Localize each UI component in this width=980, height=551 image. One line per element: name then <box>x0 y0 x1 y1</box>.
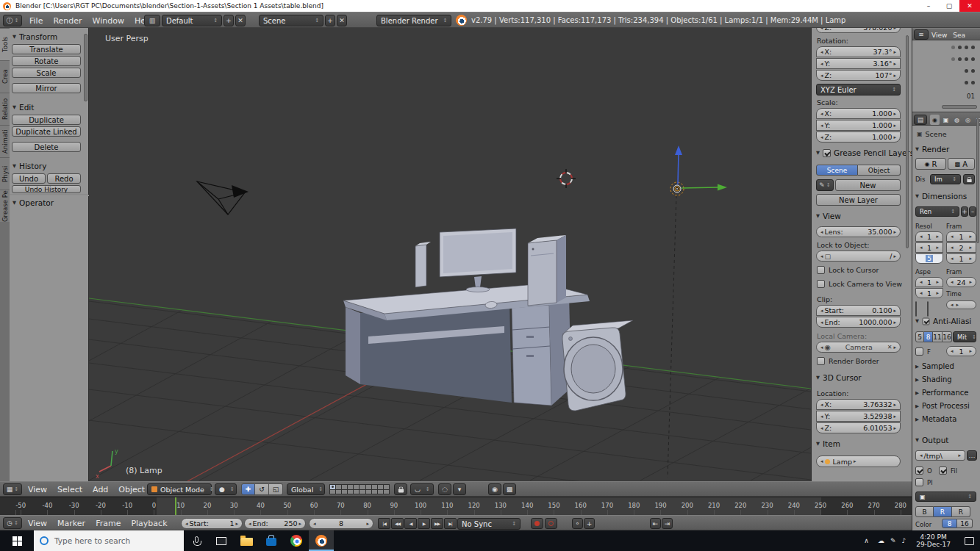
outliner-row[interactable] <box>912 81 980 84</box>
channel-bw[interactable]: B <box>915 506 934 517</box>
new-layer-button[interactable]: New Layer <box>816 194 901 206</box>
properties-tab[interactable]: ▣ <box>941 115 951 125</box>
collapsed-panel[interactable]: Performance <box>915 389 970 397</box>
menu-item[interactable]: Object <box>118 485 145 494</box>
scale-manipulator-button[interactable]: ◱ <box>269 483 283 495</box>
tool-button[interactable]: Duplicate <box>12 115 81 125</box>
playback-button[interactable]: ▶ <box>418 518 430 529</box>
opengl-render-button[interactable]: ◉ <box>488 483 501 495</box>
current-frame-field[interactable]: 8 <box>309 518 373 529</box>
collapsed-panel[interactable]: Metadata <box>915 415 970 423</box>
layout-add-button[interactable]: + <box>223 15 234 26</box>
playback-button[interactable]: ▶▶ <box>431 518 443 529</box>
insert-key-button[interactable]: + <box>584 518 595 529</box>
outliner-row[interactable] <box>912 46 980 49</box>
lock-to-cursor-checkbox[interactable] <box>817 266 825 274</box>
lock-camera-checkbox[interactable] <box>817 280 825 288</box>
editor-type-button[interactable]: ◷↕ <box>3 517 22 529</box>
task-view-button[interactable] <box>209 530 234 551</box>
browse-folder-button[interactable]: … <box>967 450 977 461</box>
display-lock-button[interactable] <box>963 174 975 184</box>
current-frame-marker[interactable] <box>175 497 176 515</box>
clip-end-field[interactable]: End:1000.000 <box>816 317 901 328</box>
output-path-field[interactable]: /tmp\ <box>915 450 965 461</box>
grease-new-button[interactable]: New <box>835 179 901 191</box>
playback-button[interactable]: |◀ <box>378 518 390 529</box>
menu-item[interactable]: Marker <box>57 519 85 528</box>
lens-field[interactable]: Lens:35.000 <box>816 226 901 237</box>
window-title-bar[interactable]: Blender [C:\Users\RGT PC\Documents\blend… <box>0 0 980 12</box>
frame-start-field[interactable]: Start:1 <box>181 518 243 529</box>
app-blender[interactable] <box>309 530 334 551</box>
display-dropdown[interactable]: Im <box>930 174 961 184</box>
viewport-3d[interactable]: User Persp (8) Lamp x y <box>89 28 811 481</box>
render-engine-dropdown[interactable]: Blender Render <box>376 15 451 26</box>
file-format-dropdown[interactable]: ▣ <box>915 491 976 502</box>
properties-tab[interactable]: ◉ <box>930 115 940 125</box>
render-presets-dropdown[interactable]: Ren <box>915 206 959 217</box>
aspect-x-field[interactable]: 1 <box>915 277 943 287</box>
filter-size-field[interactable]: 1 <box>946 346 976 356</box>
res-y-field[interactable]: 1 <box>915 242 943 253</box>
rotation-x-field[interactable]: X:37.3° <box>816 46 901 57</box>
layout-icon-button[interactable]: ▥ <box>144 15 160 26</box>
full-sample-checkbox[interactable] <box>915 347 923 356</box>
aspect-y-field[interactable]: 1 <box>915 288 943 298</box>
local-camera-field[interactable]: ◉ Camera ✕ <box>816 342 901 353</box>
border-checkbox[interactable] <box>915 301 917 317</box>
taskbar-clock[interactable]: 4:20 PM 29-Dec-17 <box>909 533 958 548</box>
tool-shelf-scrollbar[interactable] <box>84 34 87 101</box>
camera-object[interactable] <box>197 181 248 215</box>
tool-tab[interactable]: Grease Pe <box>0 190 10 222</box>
scale-y-field[interactable]: Y:1.000 <box>816 120 901 131</box>
start-button[interactable] <box>0 530 34 551</box>
menu-item[interactable]: Sea <box>953 32 965 39</box>
editor-type-button[interactable]: ⓘ↕ <box>3 15 22 26</box>
eyedropper-icon[interactable]: ∕ <box>890 252 892 260</box>
crop-checkbox[interactable] <box>927 301 929 317</box>
tool-tab[interactable]: Relatio <box>0 93 10 125</box>
scene-canvas[interactable] <box>89 28 811 481</box>
washing-machine-object[interactable] <box>562 320 633 411</box>
pc-tower-object[interactable] <box>528 235 566 306</box>
translate-manipulator-button[interactable]: ✚ <box>241 483 255 495</box>
editor-type-button[interactable]: ▦↕ <box>3 483 22 495</box>
undo-button[interactable]: Undo <box>12 173 46 184</box>
lamp-object[interactable] <box>670 182 684 195</box>
tool-button[interactable]: Duplicate Linked <box>12 126 81 137</box>
collapsed-panel[interactable]: Shading <box>915 375 970 383</box>
tool-button[interactable]: Delete <box>12 142 81 152</box>
collapsed-panel[interactable]: Post Processi <box>915 402 970 410</box>
app-chrome[interactable] <box>284 530 309 551</box>
render-border-checkbox[interactable] <box>817 357 825 365</box>
panel-item[interactable]: Item <box>816 439 840 448</box>
scale-z-field[interactable]: Z:1.000 <box>816 132 901 143</box>
menu-item[interactable]: Window <box>93 16 124 26</box>
app-store[interactable] <box>259 530 284 551</box>
playback-button[interactable]: ▶| <box>444 518 457 529</box>
editor-type-button[interactable]: ▤ <box>914 115 927 125</box>
scene-delete-button[interactable]: ✕ <box>337 15 347 26</box>
redo-button[interactable]: Redo <box>47 173 81 184</box>
scale-x-field[interactable]: X:1.000 <box>816 108 901 119</box>
sync-playback-button[interactable] <box>545 518 557 529</box>
jump-prev-key-button[interactable]: ⇤ <box>650 518 661 529</box>
tray-expand-button[interactable]: ∧ <box>858 537 875 544</box>
menu-item[interactable]: File <box>29 16 43 26</box>
shading-dropdown[interactable]: ● <box>215 483 237 495</box>
mode-dropdown[interactable]: Object Mode <box>147 483 212 495</box>
menu-item[interactable]: View <box>931 32 947 39</box>
outliner-row[interactable] <box>912 69 980 73</box>
minimize-button[interactable]: – <box>918 0 939 12</box>
clip-start-field[interactable]: Start:0.100 <box>816 305 901 316</box>
collapsed-panel[interactable]: Sampled <box>915 362 970 370</box>
sync-dropdown[interactable]: No Sync <box>457 518 521 530</box>
speaker-object[interactable] <box>415 242 431 287</box>
playback-button[interactable]: ◀◀ <box>391 518 404 529</box>
grease-data-button[interactable]: ✎↕ <box>816 179 834 191</box>
menu-item[interactable]: Add <box>93 485 108 494</box>
tool-tab[interactable]: Physi <box>0 157 10 190</box>
depth-8[interactable]: 8 <box>942 519 957 528</box>
depth-16[interactable]: 16 <box>957 519 973 528</box>
taskbar-search[interactable]: Type here to search <box>34 530 184 551</box>
